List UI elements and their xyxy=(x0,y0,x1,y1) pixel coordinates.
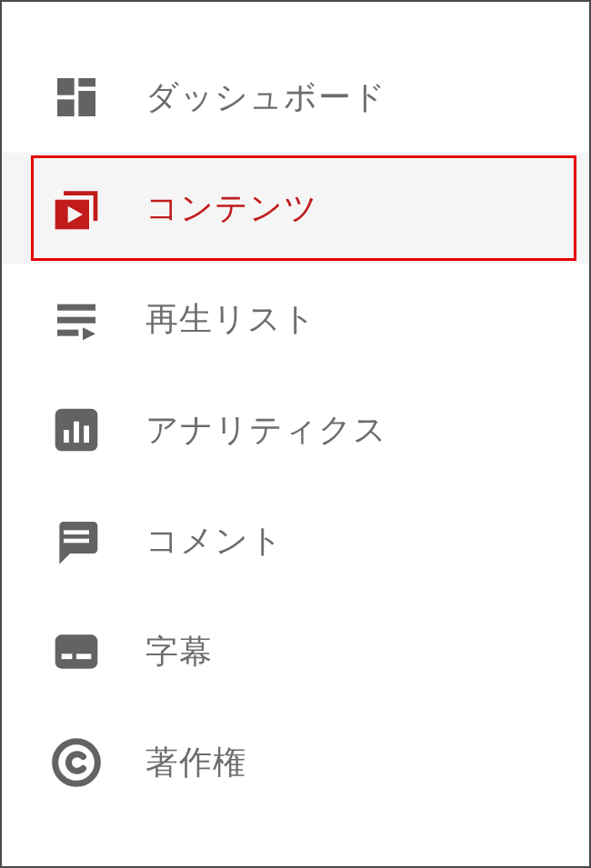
comments-icon xyxy=(51,515,102,566)
sidebar-nav: ダッシュボード コンテンツ 再生リスト アナリティクス xyxy=(2,2,589,818)
sidebar-item-label: ダッシュボード xyxy=(145,75,386,120)
svg-rect-1 xyxy=(78,78,95,86)
svg-rect-12 xyxy=(64,539,89,544)
svg-rect-0 xyxy=(57,78,75,95)
svg-rect-9 xyxy=(74,422,79,443)
svg-rect-4 xyxy=(57,304,95,311)
svg-rect-8 xyxy=(64,430,69,443)
sidebar-item-copyright[interactable]: 著作権 xyxy=(2,707,589,818)
sidebar-item-dashboard[interactable]: ダッシュボード xyxy=(2,42,589,153)
svg-rect-2 xyxy=(57,99,75,116)
svg-rect-10 xyxy=(84,425,89,443)
svg-rect-14 xyxy=(62,653,73,659)
sidebar-item-label: 著作権 xyxy=(145,741,246,785)
sidebar-item-label: コンテンツ xyxy=(145,186,318,231)
analytics-icon xyxy=(51,404,102,455)
svg-rect-5 xyxy=(57,317,95,324)
svg-rect-3 xyxy=(78,91,95,116)
copyright-icon xyxy=(51,737,102,788)
sidebar-item-subtitles[interactable]: 字幕 xyxy=(2,596,589,707)
sidebar-frame: ダッシュボード コンテンツ 再生リスト アナリティクス xyxy=(0,0,591,868)
dashboard-icon xyxy=(51,72,102,123)
svg-point-16 xyxy=(55,742,98,784)
playlist-icon xyxy=(51,294,102,344)
svg-rect-15 xyxy=(76,653,91,659)
sidebar-item-label: アナリティクス xyxy=(145,408,387,453)
sidebar-item-label: 再生リスト xyxy=(145,297,316,342)
content-icon xyxy=(51,183,102,234)
svg-rect-13 xyxy=(55,634,98,668)
sidebar-item-comments[interactable]: コメント xyxy=(2,485,589,596)
sidebar-item-label: 字幕 xyxy=(145,630,213,674)
sidebar-item-playlist[interactable]: 再生リスト xyxy=(2,264,589,374)
sidebar-item-analytics[interactable]: アナリティクス xyxy=(2,374,589,485)
sidebar-item-label: コメント xyxy=(145,519,284,564)
svg-rect-6 xyxy=(57,330,78,336)
sidebar-item-content[interactable]: コンテンツ xyxy=(2,153,589,264)
subtitles-icon xyxy=(51,626,102,677)
svg-rect-11 xyxy=(64,530,89,534)
